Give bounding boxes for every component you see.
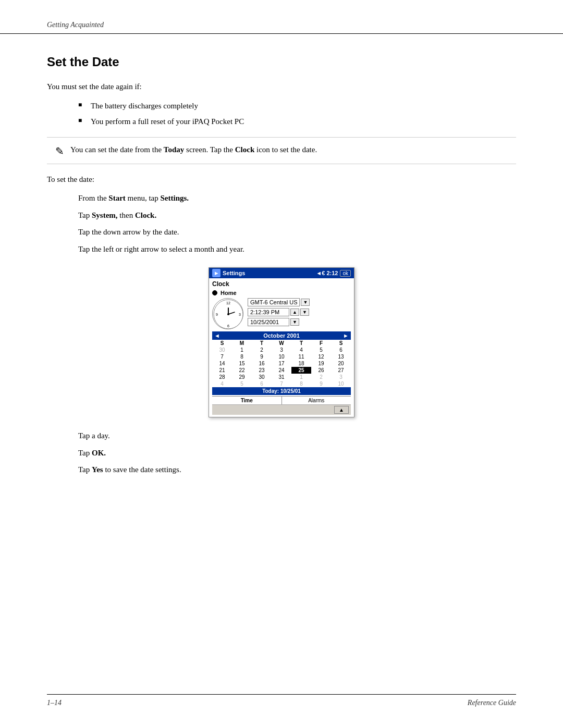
ppc-cal-day[interactable]: 4 (291, 347, 311, 353)
ppc-time-row: 2:12:39 PM ▲ ▼ (248, 308, 351, 316)
ppc-date-down[interactable]: ▼ (290, 318, 299, 326)
ppc-cal-row-2: 7 8 9 10 11 12 13 (212, 353, 351, 360)
ppc-cal-day[interactable]: 31 (272, 374, 291, 380)
note-icon: ✎ (55, 145, 64, 157)
ppc-cal-day[interactable]: 21 (212, 367, 232, 374)
step-2: Tap System, then Clock. (78, 209, 516, 221)
ppc-cal-row-4: 21 22 23 24 25 26 27 (212, 367, 351, 374)
procedure-intro: To set the date: (47, 174, 516, 186)
ppc-home-fields: GMT-6 Central US ▼ 2:12:39 PM ▲ ▼ (248, 298, 351, 328)
ppc-status: ◄€ 2:12 (316, 270, 338, 276)
ppc-cal-day[interactable]: 10 (272, 353, 291, 360)
ppc-home-label: Home (221, 290, 237, 296)
ppc-cal-day[interactable]: 22 (232, 367, 252, 374)
ppc-cal-day[interactable]: 7 (272, 380, 291, 387)
ppc-clock-label: Clock (212, 280, 351, 288)
ppc-tab-alarms[interactable]: Alarms (282, 397, 351, 404)
steps-list: From the Start menu, tap Settings. Tap S… (78, 192, 516, 255)
ppc-cal-day[interactable]: 5 (311, 347, 331, 353)
ppc-time-field[interactable]: 2:12:39 PM (248, 308, 289, 316)
ppc-home-radio[interactable] (212, 290, 217, 295)
ppc-cal-day[interactable]: 16 (252, 360, 272, 367)
page-number: 1–14 (47, 699, 62, 707)
chapter-title: Getting Acquainted (47, 21, 104, 29)
ppc-cal-day[interactable]: 9 (252, 353, 272, 360)
note-box: ✎ You can set the date from the Today sc… (47, 137, 516, 164)
ppc-home-clock-svg: 12 3 6 9 (213, 299, 244, 330)
ppc-today-bar: Today: 10/25/01 (212, 387, 351, 395)
ppc-cal-day[interactable]: 30 (252, 374, 272, 380)
ppc-screenshot: ▶ Settings ◄€ 2:12 ok Clock Home (209, 267, 354, 417)
ppc-cal-th-s1: S (212, 340, 232, 347)
ppc-title: Settings (223, 270, 245, 276)
ppc-cal-day[interactable]: 24 (272, 367, 291, 374)
ppc-start-icon: ▶ (212, 269, 221, 277)
ppc-cal-day[interactable]: 1 (232, 347, 252, 353)
ppc-cal-day[interactable]: 5 (232, 380, 252, 387)
ppc-cal-day[interactable]: 26 (311, 367, 331, 374)
page: Getting Acquainted Set the Date You must… (0, 0, 563, 728)
ppc-cal-day[interactable]: 9 (311, 380, 331, 387)
ppc-cal-th-t2: T (291, 340, 311, 347)
step-6: Tap OK. (78, 447, 516, 459)
ppc-cal-month: October 2001 (263, 332, 300, 339)
ppc-cal-day[interactable]: 10 (331, 380, 351, 387)
ppc-cal-day[interactable]: 8 (291, 380, 311, 387)
ppc-cal-day[interactable]: 2 (311, 374, 331, 380)
ppc-cal-day[interactable]: 13 (331, 353, 351, 360)
ppc-cal-row-5: 28 29 30 31 1 2 3 (212, 374, 351, 380)
ppc-time-down[interactable]: ▼ (300, 309, 309, 316)
ppc-cal-day[interactable]: 3 (331, 374, 351, 380)
ppc-content: Clock Home 12 (209, 278, 354, 417)
ppc-cal-day[interactable]: 23 (252, 367, 272, 374)
step-4: Tap the left or right arrow to select a … (78, 243, 516, 255)
ppc-cal-day[interactable]: 2 (252, 347, 272, 353)
bullet-list: The battery discharges completely You pe… (78, 100, 516, 128)
intro-text: You must set the date again if: (47, 81, 516, 93)
svg-text:6: 6 (227, 324, 229, 328)
ppc-date-field[interactable]: 10/25/2001 (248, 318, 289, 326)
ppc-cal-day[interactable]: 6 (331, 347, 351, 353)
ppc-cal-row-6: 4 5 6 7 8 9 10 (212, 380, 351, 387)
page-header: Getting Acquainted (0, 0, 563, 34)
ppc-timezone-arrow[interactable]: ▼ (301, 299, 310, 306)
ppc-cal-day[interactable]: 30 (212, 347, 232, 353)
ppc-cal-day[interactable]: 17 (272, 360, 291, 367)
ppc-cal-day[interactable]: 1 (291, 374, 311, 380)
ppc-titlebar: ▶ Settings ◄€ 2:12 ok (209, 268, 354, 278)
svg-text:9: 9 (216, 313, 218, 316)
svg-text:12: 12 (226, 301, 230, 305)
ppc-home-row: Home (212, 290, 351, 296)
ppc-time-up[interactable]: ▲ (290, 309, 299, 316)
ppc-cal-day[interactable]: 8 (232, 353, 252, 360)
ppc-home-clock-face: 12 3 6 9 (212, 298, 243, 329)
ppc-cal-day[interactable]: 20 (331, 360, 351, 367)
main-content: Set the Date You must set the date again… (0, 34, 563, 504)
screenshot-container: ▶ Settings ◄€ 2:12 ok Clock Home (47, 267, 516, 417)
ppc-cal-next[interactable]: ► (343, 332, 349, 339)
ppc-timezone-field[interactable]: GMT-6 Central US (248, 298, 300, 306)
ppc-cal-day[interactable]: 29 (232, 374, 252, 380)
ppc-cal-day[interactable]: 11 (291, 353, 311, 360)
ppc-tab-time[interactable]: Time (212, 397, 282, 404)
ppc-cal-day[interactable]: 4 (212, 380, 232, 387)
ppc-cal-th-w: W (272, 340, 291, 347)
ppc-calendar-table: S M T W T F S (212, 340, 351, 387)
ppc-cal-day[interactable]: 12 (311, 353, 331, 360)
svg-text:3: 3 (239, 313, 241, 316)
ppc-cal-day[interactable]: 18 (291, 360, 311, 367)
ppc-bottom-ok[interactable]: ▲ (334, 406, 349, 414)
ppc-ok-button[interactable]: ok (340, 270, 351, 277)
ppc-cal-day[interactable]: 15 (232, 360, 252, 367)
ppc-cal-day[interactable]: 3 (272, 347, 291, 353)
ppc-cal-prev[interactable]: ◄ (214, 332, 220, 339)
ppc-cal-day[interactable]: 7 (212, 353, 232, 360)
ppc-cal-day[interactable]: 27 (331, 367, 351, 374)
ppc-cal-day[interactable]: 6 (252, 380, 272, 387)
ppc-cal-today[interactable]: 25 (291, 367, 311, 374)
bullet-item-1: The battery discharges completely (78, 100, 516, 112)
ppc-cal-day[interactable]: 14 (212, 360, 232, 367)
ppc-cal-day[interactable]: 19 (311, 360, 331, 367)
ppc-titlebar-left: ▶ Settings (212, 269, 245, 277)
ppc-cal-day[interactable]: 28 (212, 374, 232, 380)
